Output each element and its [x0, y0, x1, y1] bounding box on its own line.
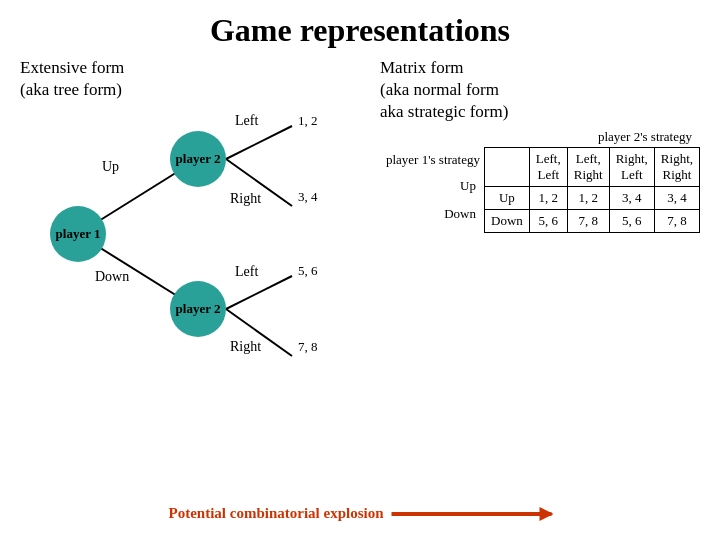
row-up-header: Up	[485, 187, 530, 210]
tree-diagram: player 1 player 2 player 2 Up Down Left …	[30, 111, 330, 381]
player1-label-block: player 1's strategy Up Down	[386, 152, 480, 228]
svg-line-2	[226, 126, 292, 159]
bottom-explosion-area: Potential combinatorial explosion	[169, 503, 552, 522]
matrix-form-section: Matrix form (aka normal form aka strateg…	[380, 57, 700, 381]
branch-right-down-label: Right	[230, 339, 261, 355]
explosion-row: Potential combinatorial explosion	[169, 505, 552, 522]
matrix-with-labels: player 1's strategy Up Down Left,Left Le…	[386, 147, 700, 233]
cell-up-lr: 1, 2	[567, 187, 609, 210]
player1-strategy-label: player 1's strategy	[386, 152, 480, 168]
col-header-0: Left,Left	[529, 148, 567, 187]
extensive-form-title: Extensive form (aka tree form)	[20, 57, 360, 101]
matrix-form-title: Matrix form (aka normal form aka strateg…	[380, 57, 700, 123]
player2-strategy-label: player 2's strategy	[598, 129, 692, 145]
matrix-table: Left,Left Left,Right Right,Left Right,Ri…	[484, 147, 700, 233]
outcome-7-8: 7, 8	[298, 339, 318, 355]
cell-down-ll: 5, 6	[529, 210, 567, 233]
cell-up-ll: 1, 2	[529, 187, 567, 210]
branch-up-label: Up	[102, 159, 119, 175]
row-down-label: Down	[444, 200, 480, 228]
col-header-3: Right,Right	[654, 148, 699, 187]
extensive-form-section: Extensive form (aka tree form)	[20, 57, 360, 381]
explosion-label: Potential combinatorial explosion	[169, 505, 384, 522]
matrix-header-row: Left,Left Left,Right Right,Left Right,Ri…	[485, 148, 700, 187]
player2-up-node: player 2	[170, 131, 226, 187]
svg-line-4	[226, 276, 292, 309]
row-up-label: Up	[444, 172, 480, 200]
matrix-row-down: Down 5, 6 7, 8 5, 6 7, 8	[485, 210, 700, 233]
branch-down-label: Down	[95, 269, 129, 285]
cell-up-rl: 3, 4	[609, 187, 654, 210]
cell-down-rl: 5, 6	[609, 210, 654, 233]
player1-node: player 1	[50, 206, 106, 262]
cell-up-rr: 3, 4	[654, 187, 699, 210]
outcome-5-6: 5, 6	[298, 263, 318, 279]
matrix-empty-header	[485, 148, 530, 187]
row-down-header: Down	[485, 210, 530, 233]
branch-right-up-label: Right	[230, 191, 261, 207]
outcome-3-4: 3, 4	[298, 189, 318, 205]
col-header-2: Right,Left	[609, 148, 654, 187]
page-title: Game representations	[0, 0, 720, 57]
player2-down-node: player 2	[170, 281, 226, 337]
branch-left-down-label: Left	[235, 264, 258, 280]
cell-down-lr: 7, 8	[567, 210, 609, 233]
cell-down-rr: 7, 8	[654, 210, 699, 233]
matrix-outer-wrapper: player 2's strategy player 1's strategy …	[380, 129, 700, 233]
col-header-1: Left,Right	[567, 148, 609, 187]
matrix-row-up: Up 1, 2 1, 2 3, 4 3, 4	[485, 187, 700, 210]
arrow-right-icon	[392, 512, 552, 516]
outcome-1-2: 1, 2	[298, 113, 318, 129]
branch-left-up-label: Left	[235, 113, 258, 129]
